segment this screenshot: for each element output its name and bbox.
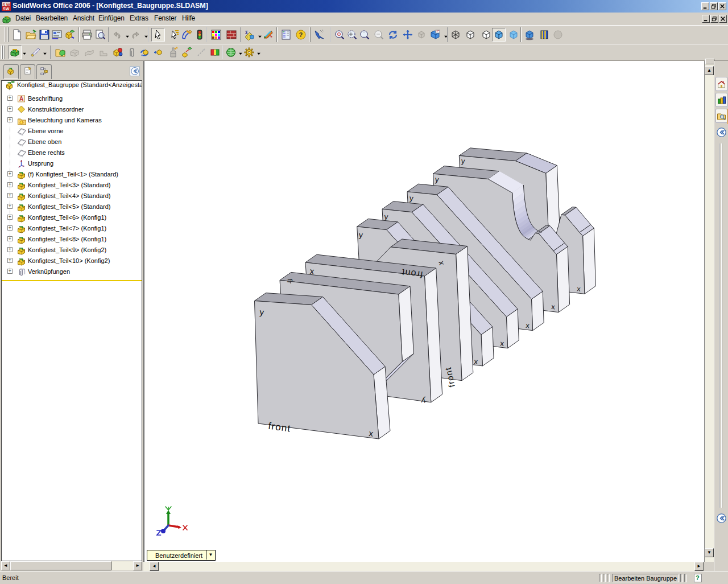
svg-text:A: A [19,96,23,102]
svg-text:x: x [500,339,505,348]
svg-text:fr: fr [286,278,294,285]
svg-text:front: front [267,421,291,434]
svg-text:y: y [409,194,414,203]
svg-text:SW: SW [3,7,10,11]
svg-text:y: y [461,157,466,166]
svg-text:W: W [6,3,10,7]
svg-text:y: y [435,175,440,184]
svg-text:x: x [551,302,556,311]
svg-text:?: ? [299,31,303,38]
svg-text:y: y [384,212,390,221]
svg-text:x: x [577,285,582,294]
svg-text:x: x [474,357,479,367]
svg-text:S: S [3,3,6,7]
svg-text:y: y [358,230,364,240]
svg-text:x: x [526,321,531,330]
svg-text:Σ: Σ [245,30,249,35]
